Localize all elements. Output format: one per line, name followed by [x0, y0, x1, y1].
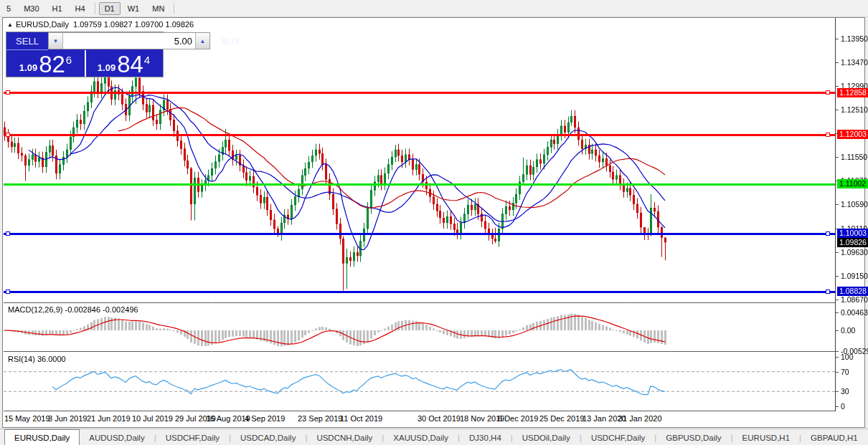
tab-usdchf-daily[interactable]: USDCHF,Daily: [582, 429, 654, 445]
price-tick: 1.10590: [841, 200, 868, 209]
rsi-tick: 0: [841, 402, 845, 411]
tab-usdcad-daily[interactable]: USDCAD,Daily: [231, 429, 305, 445]
scale-tick-mark: [836, 312, 839, 313]
chart-title-symbol: EURUSD,Daily: [16, 20, 69, 29]
date-label: 4 Sep 2019: [245, 414, 285, 423]
rsi-tick: 30: [841, 387, 849, 396]
volume-decrease-icon[interactable]: ▼: [49, 33, 63, 49]
price-tick: 1.09150: [841, 272, 868, 280]
panel-divider: [85, 50, 86, 77]
date-label: 23 Sep 2019: [298, 414, 342, 423]
price-scale: 1.139501.134701.129901.125101.120301.115…: [835, 18, 864, 411]
date-label: 25 Dec 2019: [539, 414, 584, 423]
volume-stepper: ▼ ▲: [48, 32, 210, 49]
timeframe-button-d1[interactable]: D1: [99, 2, 121, 15]
timeframe-button-m30[interactable]: M30: [18, 2, 44, 15]
level-price-label: 1.11002: [837, 179, 868, 188]
scale-tick-mark: [836, 39, 839, 39]
tab-usdchf-daily[interactable]: USDCHF,Daily: [156, 429, 229, 445]
scale-tick-mark: [836, 62, 839, 63]
mt4-application: { "toolbar": { "timeframes": ["5", "M30"…: [0, 0, 868, 445]
timeframe-toolbar: 5M30H1H4D1W1MN: [0, 0, 868, 17]
chart-title: ▲EURUSD,Daily 1.09759 1.09827 1.09700 1.…: [7, 20, 194, 29]
level-price-label: 1.12858: [837, 88, 868, 97]
sell-price-prefix: 1.09: [19, 62, 37, 73]
scale-tick-mark: [836, 300, 839, 300]
price-tick: 1.11550: [841, 153, 867, 161]
date-label: 6 Dec 2019: [498, 414, 538, 423]
tab-eurusd-h1[interactable]: EURUSD,H1: [733, 429, 799, 445]
scale-tick-mark: [836, 252, 839, 253]
scale-tick-mark: [836, 204, 839, 205]
level-price-label: 1.08828: [837, 287, 868, 296]
tab-usdoil-daily[interactable]: USDOil,Daily: [513, 429, 580, 445]
sell-price-pip: 6: [66, 54, 72, 66]
sell-button[interactable]: SELL: [6, 32, 48, 50]
buy-price-pip: 4: [144, 54, 150, 66]
scale-tick-mark: [836, 86, 839, 87]
date-label: 16 Aug 2019: [206, 414, 250, 423]
tab-xauusd-daily[interactable]: XAUUSD,Daily: [384, 429, 458, 445]
current-price-label: 1.09826: [837, 238, 868, 247]
rsi-label: RSI(14) 36.0000: [8, 355, 66, 363]
price-tick: 1.12510: [841, 105, 868, 114]
scale-tick-mark: [836, 276, 839, 277]
tab-gbpusd-daily[interactable]: GBPUSD,Daily: [656, 429, 730, 445]
macd-tick: 0.00463: [841, 308, 868, 317]
scale-tick-mark: [836, 357, 839, 358]
date-label: 11 Oct 2019: [340, 414, 382, 423]
toolbar-separator: [95, 3, 95, 14]
rsi-tick: 100: [841, 353, 854, 361]
price-tick: 1.13470: [841, 58, 868, 67]
scale-tick-mark: [836, 157, 839, 158]
date-label: 3 Jun 2019: [48, 414, 87, 423]
price-tick: 1.13950: [841, 34, 868, 43]
price-tick: 1.08670: [841, 295, 868, 304]
tab-audusd-daily[interactable]: AUDUSD,Daily: [80, 429, 154, 445]
buy-button[interactable]: BUY: [210, 32, 252, 50]
date-label: 15 May 2019: [4, 414, 50, 423]
macd-tick: 0.00: [841, 326, 855, 335]
tab-eurusd-daily[interactable]: EURUSD,Daily: [4, 429, 80, 445]
level-price-label: 1.12003: [837, 130, 868, 139]
date-label: 10 Jul 2019: [132, 414, 173, 423]
timeframe-button-w1[interactable]: W1: [122, 2, 146, 15]
timeframe-button-5[interactable]: 5: [1, 2, 16, 15]
rsi-tick: 70: [841, 368, 849, 376]
date-label: 30 Oct 2019: [418, 414, 461, 423]
macd-label: MACD(12,26,9) -0.002846 -0.002496: [8, 305, 138, 314]
buy-price[interactable]: 1.09 84 4: [85, 50, 163, 77]
scale-tick-mark: [836, 330, 839, 331]
tab-dj30-h4[interactable]: DJ30,H4: [460, 429, 511, 445]
timeframe-button-mn[interactable]: MN: [146, 2, 170, 15]
price-tick: 1.09630: [841, 248, 868, 257]
timeframe-button-h1[interactable]: H1: [47, 2, 68, 15]
buy-price-prefix: 1.09: [98, 62, 115, 73]
scale-tick-mark: [836, 351, 839, 352]
volume-increase-icon[interactable]: ▲: [195, 33, 209, 49]
date-label: 31 Jan 2020: [618, 414, 662, 423]
tab-usdcnh-daily[interactable]: USDCNH,Daily: [307, 429, 382, 445]
scale-tick-mark: [836, 110, 839, 110]
chart-tab-bar: EURUSD,DailyAUDUSD,Daily|USDCHF,Daily|US…: [0, 429, 868, 445]
scale-tick-mark: [836, 406, 839, 407]
level-price-label: 1.10003: [837, 229, 868, 238]
tab-gbpaud-h1[interactable]: GBPAUD,H1: [801, 429, 867, 445]
toolbar-separator: [174, 3, 174, 14]
panel-expand-icon[interactable]: ▲: [7, 21, 13, 28]
chart-title-ohlc: 1.09759 1.09827 1.09700 1.09826: [73, 20, 194, 29]
scale-tick-mark: [836, 372, 839, 373]
chart-window: ▲EURUSD,Daily 1.09759 1.09827 1.09700 1.…: [2, 17, 865, 428]
timeframe-button-h4[interactable]: H4: [70, 2, 91, 15]
sell-price-big: 82: [39, 54, 65, 75]
date-label: 21 Jun 2019: [87, 414, 131, 423]
one-click-trading-panel: SELL ▼ ▲ BUY 1.09 82 6 1.09 84 4: [6, 32, 164, 77]
volume-input[interactable]: [63, 33, 195, 49]
date-axis: 15 May 20193 Jun 201921 Jun 201910 Jul 2…: [3, 412, 836, 427]
buy-price-big: 84: [117, 54, 143, 75]
scale-tick-mark: [836, 391, 839, 392]
sell-price[interactable]: 1.09 82 6: [6, 50, 85, 77]
